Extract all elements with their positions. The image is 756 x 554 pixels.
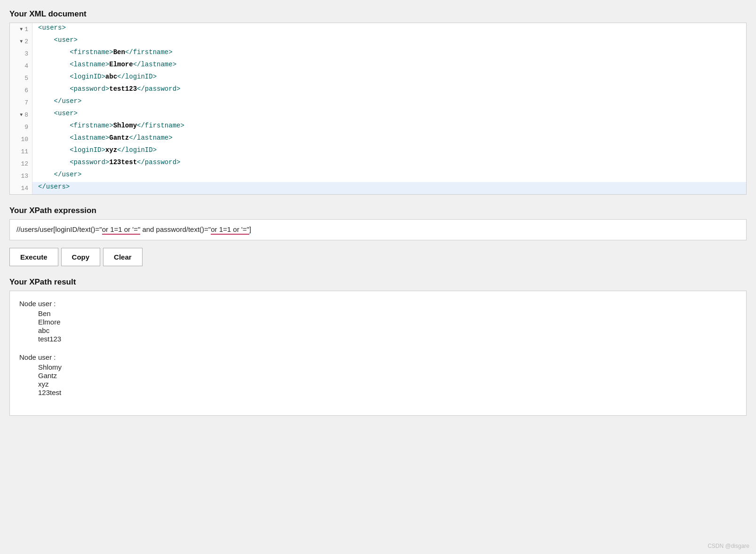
node-values: ShlomyGantzxyz123test: [19, 363, 737, 396]
xml-value: Shlomy: [113, 122, 137, 129]
xml-tag: <loginID>: [70, 73, 105, 80]
buttons-row: Execute Copy Clear: [9, 248, 747, 266]
xml-editor: ▼1<users>▼2 <user>3 <firstname>Ben</firs…: [10, 23, 746, 194]
xml-line: 5 <loginID>abc</loginID>: [10, 72, 746, 84]
line-number: 9: [10, 121, 32, 133]
execute-button[interactable]: Execute: [9, 248, 58, 266]
line-number: ▼1: [10, 23, 32, 35]
xml-line-content: </users>: [32, 182, 75, 194]
xml-line: ▼8 <user>: [10, 109, 746, 121]
xml-line-content: <user>: [32, 109, 83, 121]
xml-close-tag: </password>: [137, 158, 180, 166]
xml-line: 3 <firstname>Ben</firstname>: [10, 47, 746, 60]
node-values: BenElmoreabctest123: [19, 309, 737, 343]
line-number: 10: [10, 133, 32, 145]
xml-value: xyz: [105, 146, 117, 154]
line-num-text: 4: [24, 63, 28, 70]
xml-tag: <password>: [70, 158, 109, 166]
xml-line-content: <lastname>Elmore</lastname>: [32, 60, 182, 72]
xml-tag: <firstname>: [70, 122, 113, 129]
xml-line: 12 <password>123test</password>: [10, 158, 746, 170]
xml-line-content: <firstname>Shlomy</firstname>: [32, 121, 190, 133]
line-number: 6: [10, 84, 32, 96]
xml-close-tag: </lastname>: [129, 134, 172, 142]
xml-section-title: Your XML document: [9, 9, 747, 19]
result-node: Node user :BenElmoreabctest123: [19, 300, 737, 343]
clear-button[interactable]: Clear: [103, 248, 143, 266]
xml-value: test123: [109, 85, 137, 93]
xml-line: 13 </user>: [10, 170, 746, 182]
xml-line: 9 <firstname>Shlomy</firstname>: [10, 121, 746, 133]
xml-line: 14</users>: [10, 182, 746, 194]
line-number: 3: [10, 47, 32, 60]
xml-value: abc: [105, 73, 117, 80]
node-value: Elmore: [38, 318, 737, 326]
line-num-text: 11: [21, 148, 28, 155]
xml-tag: <user>: [54, 110, 78, 117]
line-number: 7: [10, 96, 32, 109]
line-number: 5: [10, 72, 32, 84]
line-num-text: 3: [24, 50, 28, 57]
copy-button[interactable]: Copy: [61, 248, 101, 266]
result-node: Node user :ShlomyGantzxyz123test: [19, 353, 737, 396]
xml-tag: <lastname>: [70, 61, 109, 68]
line-num-text: 10: [21, 136, 28, 143]
line-num-text: 9: [24, 124, 28, 131]
line-number: 14: [10, 182, 32, 194]
xpath-highlight-2: or 1=1 or '=": [211, 225, 249, 235]
line-number: ▼8: [10, 109, 32, 121]
line-number: 13: [10, 170, 32, 182]
xml-line-content: <password>123test</password>: [32, 158, 186, 170]
xml-tag: </user>: [54, 171, 82, 178]
line-num-text: 12: [21, 160, 28, 167]
line-num-text: 7: [24, 99, 28, 106]
xml-line: 6 <password>test123</password>: [10, 84, 746, 96]
node-value: abc: [38, 326, 737, 334]
line-num-text: 13: [21, 173, 28, 180]
xpath-input-container[interactable]: //users/user[loginID/text()="or 1=1 or '…: [9, 219, 747, 240]
xml-line: ▼2 <user>: [10, 35, 746, 47]
xpath-display: //users/user[loginID/text()="or 1=1 or '…: [16, 224, 740, 235]
xml-line-content: <users>: [32, 23, 72, 35]
xml-tag: <users>: [38, 24, 66, 32]
xml-close-tag: </lastname>: [133, 61, 176, 68]
xml-line: 10 <lastname>Gantz</lastname>: [10, 133, 746, 145]
xml-value: 123test: [109, 158, 137, 166]
node-value: test123: [38, 335, 737, 343]
result-content: Node user :BenElmoreabctest123Node user …: [9, 291, 747, 416]
xml-tag: <password>: [70, 85, 109, 93]
xml-close-tag: </password>: [137, 85, 180, 93]
xml-close-tag: </loginID>: [117, 73, 157, 80]
node-value: xyz: [38, 380, 737, 388]
xml-line-content: <user>: [32, 35, 83, 47]
xml-line-content: <loginID>abc</loginID>: [32, 72, 162, 84]
fold-arrow-icon[interactable]: ▼: [20, 39, 23, 44]
xml-line-content: </user>: [32, 170, 87, 182]
xml-line-content: </user>: [32, 96, 87, 109]
xml-value: Gantz: [109, 134, 129, 142]
xml-tag: </users>: [38, 183, 70, 190]
xml-line-content: <firstname>Ben</firstname>: [32, 47, 178, 60]
xml-tag: <firstname>: [70, 48, 113, 56]
line-num-text: 14: [21, 185, 28, 192]
xml-line-content: <password>test123</password>: [32, 84, 186, 96]
line-num-text: 8: [24, 111, 28, 119]
xml-line: 4 <lastname>Elmore</lastname>: [10, 60, 746, 72]
line-number: ▼2: [10, 35, 32, 47]
xml-line: ▼1<users>: [10, 23, 746, 35]
line-num-text: 6: [24, 87, 28, 94]
node-value: Gantz: [38, 372, 737, 380]
xml-tag: <loginID>: [70, 146, 105, 154]
fold-arrow-icon[interactable]: ▼: [20, 27, 23, 32]
fold-arrow-icon[interactable]: ▼: [20, 112, 23, 118]
xml-line-content: <lastname>Gantz</lastname>: [32, 133, 178, 145]
xpath-section-title: Your XPath expression: [9, 206, 747, 215]
node-value: Shlomy: [38, 363, 737, 371]
xml-value: Ben: [113, 48, 125, 56]
node-label: Node user :: [19, 353, 737, 361]
xml-tag: <lastname>: [70, 134, 109, 142]
result-section-title: Your XPath result: [9, 277, 747, 287]
node-value: Ben: [38, 309, 737, 317]
result-section: Your XPath result Node user :BenElmoreab…: [9, 277, 747, 416]
line-number: 11: [10, 145, 32, 158]
